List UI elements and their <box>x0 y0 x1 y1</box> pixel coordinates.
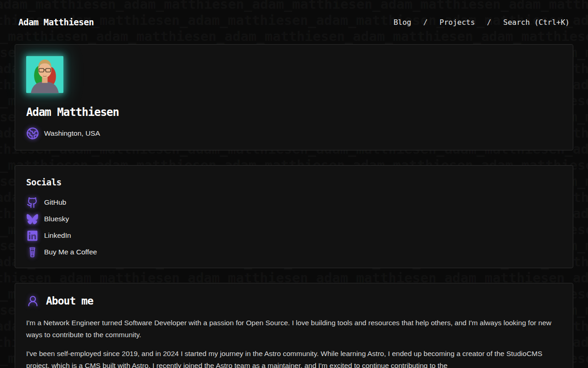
user-icon <box>26 295 39 308</box>
nav-link-projects[interactable]: Projects <box>440 18 475 27</box>
github-icon <box>26 196 38 208</box>
about-paragraph: I'm a Network Engineer turned Software D… <box>26 317 554 340</box>
avatar <box>26 56 63 93</box>
list-item: GitHub <box>26 194 562 211</box>
site-title: Adam Matthiesen <box>18 17 94 27</box>
list-item: Buy Me a Coffee <box>26 244 562 260</box>
socials-card: Socials GitHub <box>15 165 573 268</box>
social-label: GitHub <box>44 198 66 207</box>
about-heading: About me <box>46 294 93 308</box>
about-card: About me I'm a Network Engineer turned S… <box>15 283 573 368</box>
globe-icon <box>26 127 39 140</box>
social-link-bluesky[interactable]: Bluesky <box>26 211 562 227</box>
profile-name: Adam Matthiesen <box>26 105 562 119</box>
location-text: Washington, USA <box>44 129 100 138</box>
location-row: Washington, USA <box>26 127 562 140</box>
socials-list: GitHub Bluesky <box>26 194 562 260</box>
linkedin-icon <box>26 230 38 242</box>
list-item: Bluesky <box>26 211 562 227</box>
site-header: Adam Matthiesen Blog / Projects / Search… <box>0 0 588 44</box>
social-link-github[interactable]: GitHub <box>26 194 562 211</box>
social-label: Buy Me a Coffee <box>44 248 97 256</box>
nav-search-button[interactable]: Search (Ctrl+K) <box>503 18 570 27</box>
nav-separator: / <box>487 18 492 27</box>
bluesky-icon <box>26 213 38 225</box>
social-link-buymeacoffee[interactable]: Buy Me a Coffee <box>26 244 562 260</box>
socials-heading: Socials <box>26 177 562 188</box>
coffee-cup-icon <box>26 246 38 258</box>
list-item: LinkedIn <box>26 227 562 244</box>
main-nav: Blog / Projects / Search (Ctrl+K) <box>394 18 570 27</box>
about-paragraph: I've been self-employed since 2019, and … <box>26 348 554 368</box>
main-content: Adam Matthiesen Washington, USA Socials <box>0 44 588 368</box>
about-heading-row: About me <box>26 294 562 308</box>
nav-separator: / <box>423 18 428 27</box>
social-label: Bluesky <box>44 215 69 223</box>
profile-card: Adam Matthiesen Washington, USA <box>15 44 573 150</box>
social-link-linkedin[interactable]: LinkedIn <box>26 227 562 244</box>
social-label: LinkedIn <box>44 231 71 240</box>
nav-link-blog[interactable]: Blog <box>394 18 412 27</box>
